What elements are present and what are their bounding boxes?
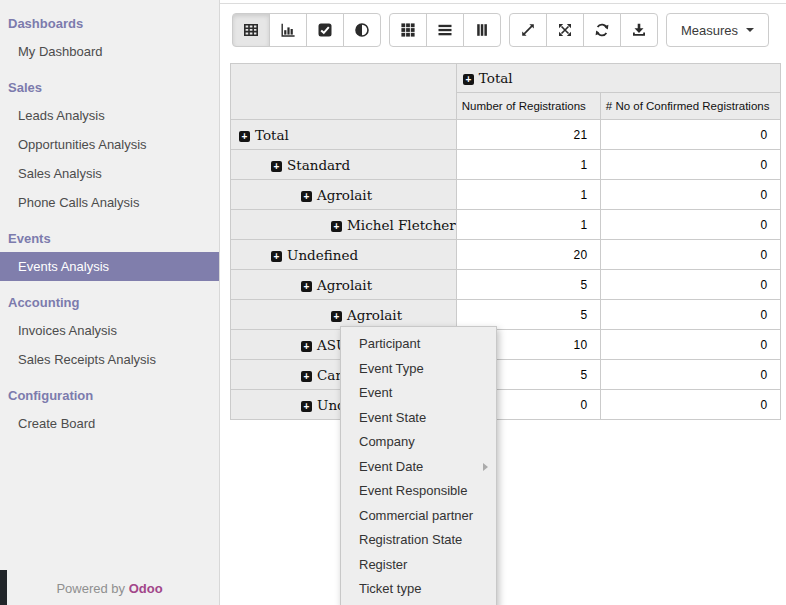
menu-item-event-responsible[interactable]: Event Responsible — [341, 479, 496, 504]
pivot-value-cell: 0 — [600, 150, 780, 180]
row-label: Standard — [287, 157, 350, 173]
menu-item-event-state[interactable]: Event State — [341, 406, 496, 431]
pivot-value-cell: 0 — [600, 330, 780, 360]
submenu-arrow-icon — [483, 463, 488, 471]
menu-item-registration-state[interactable]: Registration State — [341, 528, 496, 553]
app-window: Dashboards My Dashboard Sales Leads Anal… — [0, 0, 786, 605]
download-button[interactable] — [620, 13, 658, 47]
sidebar-item-events-analysis[interactable]: Events Analysis — [0, 252, 219, 281]
sidebar-item-sales-analysis[interactable]: Sales Analysis — [0, 159, 219, 188]
row-header-standard[interactable]: Standard — [231, 150, 457, 180]
row-header-agrolait[interactable]: Agrolait — [231, 300, 457, 330]
columns-mode-button[interactable] — [463, 13, 501, 47]
table-row: Michel Fletcher 1 0 — [231, 210, 781, 240]
pivot-value-cell: 1 — [456, 180, 600, 210]
row-header-michel-fletcher[interactable]: Michel Fletcher — [231, 210, 457, 240]
download-icon — [631, 22, 647, 38]
refresh-icon — [594, 22, 610, 38]
menu-item-event-date[interactable]: Event Date — [341, 455, 496, 480]
pivot-value-cell: 21 — [456, 120, 600, 150]
expand-plus-icon[interactable] — [271, 251, 282, 262]
table-row: Agrolait 1 0 — [231, 180, 781, 210]
sidebar-item-sales-receipts-analysis[interactable]: Sales Receipts Analysis — [0, 345, 219, 374]
sidebar-section-configuration: Configuration — [0, 374, 219, 409]
grid-mode-button[interactable] — [389, 13, 427, 47]
expand-header-button[interactable] — [509, 13, 547, 47]
table-row: Und 0 0 — [231, 390, 781, 420]
pivot-value-cell: 5 — [456, 270, 600, 300]
expand-plus-icon[interactable] — [463, 74, 474, 85]
expand-icon — [520, 22, 536, 38]
expand-all-button[interactable] — [546, 13, 584, 47]
table-row: Undefined 20 0 — [231, 240, 781, 270]
pivot-table: Total Number of Registrations # No of Co… — [230, 63, 781, 420]
grid-icon — [400, 22, 416, 38]
sidebar-item-leads-analysis[interactable]: Leads Analysis — [0, 101, 219, 130]
pivot-value-cell: 0 — [600, 360, 780, 390]
expand-plus-icon[interactable] — [271, 161, 282, 172]
menu-item-register[interactable]: Register — [341, 553, 496, 578]
row-label: Michel Fletcher — [347, 217, 456, 233]
column-group-label: Total — [479, 70, 513, 86]
adjust-view-button[interactable] — [343, 13, 381, 47]
pivot-value-cell: 0 — [600, 300, 780, 330]
expand-plus-icon[interactable] — [331, 221, 342, 232]
row-header-agrolait[interactable]: Agrolait — [231, 180, 457, 210]
column-group-header-row: Total — [231, 64, 781, 93]
black-corner-artifact — [0, 570, 7, 605]
groupby-context-menu: Participant Event Type Event Event State… — [340, 326, 497, 605]
row-header-agrolait[interactable]: Agrolait — [231, 270, 457, 300]
menu-item-event[interactable]: Event — [341, 381, 496, 406]
expand-plus-icon[interactable] — [301, 401, 312, 412]
measures-group: Measures — [666, 13, 769, 47]
column-group-header-total[interactable]: Total — [456, 64, 780, 93]
measure-header-registrations: Number of Registrations — [456, 93, 600, 120]
content-top-divider — [220, 3, 786, 4]
pivot-value-cell: 5 — [456, 300, 600, 330]
odoo-brand-link[interactable]: Odoo — [129, 581, 163, 596]
check-square-icon — [317, 22, 333, 38]
menu-item-ticket-type[interactable]: Ticket type — [341, 577, 496, 602]
pivot-value-cell: 0 — [600, 180, 780, 210]
expand-plus-icon[interactable] — [331, 311, 342, 322]
menu-item-event-type[interactable]: Event Type — [341, 357, 496, 382]
measures-dropdown-button[interactable]: Measures — [666, 13, 769, 47]
sidebar: Dashboards My Dashboard Sales Leads Anal… — [0, 0, 220, 605]
pivot-action-group — [509, 13, 658, 47]
pivot-value-cell: 0 — [600, 390, 780, 420]
expand-plus-icon[interactable] — [239, 131, 250, 142]
expand-plus-icon[interactable] — [301, 191, 312, 202]
sidebar-item-opportunities-analysis[interactable]: Opportunities Analysis — [0, 130, 219, 159]
sidebar-item-phone-calls-analysis[interactable]: Phone Calls Analysis — [0, 188, 219, 217]
measure-header-confirmed-registrations: # No of Confirmed Registrations — [600, 93, 780, 120]
menu-item-commercial-partner[interactable]: Commercial partner — [341, 504, 496, 529]
menu-item-company[interactable]: Company — [341, 430, 496, 455]
sidebar-item-invoices-analysis[interactable]: Invoices Analysis — [0, 316, 219, 345]
row-label: Agrolait — [317, 277, 372, 293]
expand-plus-icon[interactable] — [301, 281, 312, 292]
pivot-value-cell: 1 — [456, 210, 600, 240]
check-square-view-button[interactable] — [306, 13, 344, 47]
pivot-value-cell: 20 — [456, 240, 600, 270]
row-label: Agrolait — [317, 187, 372, 203]
table-icon — [243, 22, 259, 38]
pivot-value-cell: 0 — [600, 270, 780, 300]
table-row: Standard 1 0 — [231, 150, 781, 180]
row-header-undefined[interactable]: Undefined — [231, 240, 457, 270]
sidebar-section-dashboards: Dashboards — [0, 0, 219, 37]
expand-plus-icon[interactable] — [301, 371, 312, 382]
expand-plus-icon[interactable] — [301, 341, 312, 352]
sidebar-item-create-board[interactable]: Create Board — [0, 409, 219, 438]
menu-item-participant[interactable]: Participant — [341, 332, 496, 357]
pivot-value-cell: 0 — [600, 210, 780, 240]
list-mode-button[interactable] — [426, 13, 464, 47]
sidebar-item-my-dashboard[interactable]: My Dashboard — [0, 37, 219, 66]
bar-chart-view-button[interactable] — [269, 13, 307, 47]
row-header-total[interactable]: Total — [231, 120, 457, 150]
pivot-toolbar: Measures — [232, 13, 769, 47]
refresh-button[interactable] — [583, 13, 621, 47]
row-label: Agrolait — [347, 307, 402, 323]
table-view-button[interactable] — [232, 13, 270, 47]
measures-label: Measures — [681, 23, 738, 38]
pivot-value-cell: 0 — [600, 240, 780, 270]
